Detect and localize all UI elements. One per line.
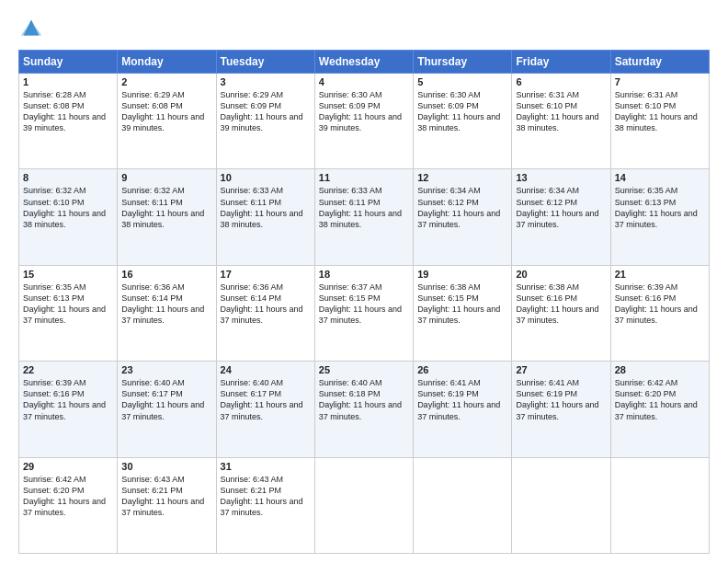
day-number: 31 (221, 461, 311, 472)
day-info: Sunrise: 6:28 AMSunset: 6:08 PMDaylight:… (23, 89, 113, 134)
calendar-week-2: 8Sunrise: 6:32 AMSunset: 6:10 PMDaylight… (19, 169, 710, 265)
day-info: Sunrise: 6:30 AMSunset: 6:09 PMDaylight:… (319, 89, 409, 134)
day-number: 10 (221, 172, 311, 183)
weekday-header-saturday: Saturday (610, 51, 709, 74)
day-info: Sunrise: 6:32 AMSunset: 6:10 PMDaylight:… (23, 185, 113, 230)
day-number: 5 (417, 76, 507, 87)
day-number: 24 (221, 364, 311, 375)
day-info: Sunrise: 6:29 AMSunset: 6:08 PMDaylight:… (121, 89, 211, 134)
calendar-cell: 16Sunrise: 6:36 AMSunset: 6:14 PMDayligh… (118, 265, 216, 361)
svg-marker-1 (21, 21, 41, 35)
calendar-cell (512, 457, 610, 553)
day-info: Sunrise: 6:35 AMSunset: 6:13 PMDaylight:… (23, 282, 113, 327)
day-info: Sunrise: 6:39 AMSunset: 6:16 PMDaylight:… (23, 377, 113, 422)
calendar-cell: 22Sunrise: 6:39 AMSunset: 6:16 PMDayligh… (19, 362, 118, 457)
day-info: Sunrise: 6:34 AMSunset: 6:12 PMDaylight:… (516, 185, 606, 230)
calendar-cell: 14Sunrise: 6:35 AMSunset: 6:13 PMDayligh… (610, 169, 709, 265)
day-number: 14 (615, 172, 705, 183)
calendar-cell: 11Sunrise: 6:33 AMSunset: 6:11 PMDayligh… (314, 169, 413, 265)
day-info: Sunrise: 6:41 AMSunset: 6:19 PMDaylight:… (516, 377, 606, 422)
day-number: 26 (417, 364, 507, 375)
calendar-cell: 3Sunrise: 6:29 AMSunset: 6:09 PMDaylight… (216, 74, 314, 169)
header (18, 15, 710, 40)
day-number: 17 (221, 269, 311, 280)
calendar-cell: 25Sunrise: 6:40 AMSunset: 6:18 PMDayligh… (314, 362, 413, 457)
calendar-cell: 27Sunrise: 6:41 AMSunset: 6:19 PMDayligh… (512, 362, 610, 457)
calendar-cell: 17Sunrise: 6:36 AMSunset: 6:14 PMDayligh… (216, 265, 314, 361)
day-number: 6 (516, 76, 606, 87)
day-info: Sunrise: 6:42 AMSunset: 6:20 PMDaylight:… (23, 474, 113, 519)
day-info: Sunrise: 6:40 AMSunset: 6:18 PMDaylight:… (319, 377, 409, 422)
day-info: Sunrise: 6:36 AMSunset: 6:14 PMDaylight:… (221, 282, 311, 327)
day-info: Sunrise: 6:37 AMSunset: 6:15 PMDaylight:… (319, 282, 409, 327)
day-info: Sunrise: 6:38 AMSunset: 6:15 PMDaylight:… (417, 282, 507, 327)
logo-icon (18, 15, 44, 40)
day-number: 27 (516, 364, 606, 375)
calendar-cell (314, 457, 413, 553)
day-info: Sunrise: 6:38 AMSunset: 6:16 PMDaylight:… (516, 282, 606, 327)
calendar-cell: 20Sunrise: 6:38 AMSunset: 6:16 PMDayligh… (512, 265, 610, 361)
calendar-body: 1Sunrise: 6:28 AMSunset: 6:08 PMDaylight… (19, 74, 710, 554)
day-number: 25 (319, 364, 409, 375)
day-info: Sunrise: 6:30 AMSunset: 6:09 PMDaylight:… (417, 89, 507, 134)
day-number: 3 (221, 76, 311, 87)
calendar-cell: 31Sunrise: 6:43 AMSunset: 6:21 PMDayligh… (216, 457, 314, 553)
calendar-cell: 6Sunrise: 6:31 AMSunset: 6:10 PMDaylight… (512, 74, 610, 169)
calendar-table: SundayMondayTuesdayWednesdayThursdayFrid… (18, 50, 710, 554)
day-info: Sunrise: 6:40 AMSunset: 6:17 PMDaylight:… (221, 377, 311, 422)
day-number: 20 (516, 269, 606, 280)
day-number: 18 (319, 269, 409, 280)
calendar-cell: 18Sunrise: 6:37 AMSunset: 6:15 PMDayligh… (314, 265, 413, 361)
day-number: 22 (23, 364, 113, 375)
calendar-cell: 29Sunrise: 6:42 AMSunset: 6:20 PMDayligh… (19, 457, 118, 553)
weekday-header-sunday: Sunday (19, 51, 118, 74)
page: SundayMondayTuesdayWednesdayThursdayFrid… (0, 0, 728, 563)
weekday-row: SundayMondayTuesdayWednesdayThursdayFrid… (19, 51, 710, 74)
day-number: 29 (23, 461, 113, 472)
calendar-cell: 24Sunrise: 6:40 AMSunset: 6:17 PMDayligh… (216, 362, 314, 457)
day-number: 2 (121, 76, 211, 87)
day-number: 28 (615, 364, 705, 375)
calendar-week-1: 1Sunrise: 6:28 AMSunset: 6:08 PMDaylight… (19, 74, 710, 169)
day-number: 8 (23, 172, 113, 183)
weekday-header-tuesday: Tuesday (216, 51, 314, 74)
day-info: Sunrise: 6:31 AMSunset: 6:10 PMDaylight:… (516, 89, 606, 134)
day-number: 11 (319, 172, 409, 183)
calendar-cell: 13Sunrise: 6:34 AMSunset: 6:12 PMDayligh… (512, 169, 610, 265)
day-number: 16 (121, 269, 211, 280)
day-info: Sunrise: 6:40 AMSunset: 6:17 PMDaylight:… (121, 377, 211, 422)
day-number: 19 (417, 269, 507, 280)
day-info: Sunrise: 6:42 AMSunset: 6:20 PMDaylight:… (615, 377, 705, 422)
weekday-header-friday: Friday (512, 51, 610, 74)
calendar-cell: 30Sunrise: 6:43 AMSunset: 6:21 PMDayligh… (118, 457, 216, 553)
calendar-cell: 4Sunrise: 6:30 AMSunset: 6:09 PMDaylight… (314, 74, 413, 169)
calendar-week-3: 15Sunrise: 6:35 AMSunset: 6:13 PMDayligh… (19, 265, 710, 361)
day-info: Sunrise: 6:43 AMSunset: 6:21 PMDaylight:… (121, 474, 211, 519)
calendar-cell: 26Sunrise: 6:41 AMSunset: 6:19 PMDayligh… (414, 362, 512, 457)
calendar-cell: 5Sunrise: 6:30 AMSunset: 6:09 PMDaylight… (414, 74, 512, 169)
day-info: Sunrise: 6:39 AMSunset: 6:16 PMDaylight:… (615, 282, 705, 327)
weekday-header-wednesday: Wednesday (314, 51, 413, 74)
day-number: 1 (23, 76, 113, 87)
calendar-cell: 10Sunrise: 6:33 AMSunset: 6:11 PMDayligh… (216, 169, 314, 265)
day-number: 15 (23, 269, 113, 280)
day-info: Sunrise: 6:34 AMSunset: 6:12 PMDaylight:… (417, 185, 507, 230)
calendar-week-5: 29Sunrise: 6:42 AMSunset: 6:20 PMDayligh… (19, 457, 710, 553)
calendar-cell: 7Sunrise: 6:31 AMSunset: 6:10 PMDaylight… (610, 74, 709, 169)
calendar-cell: 12Sunrise: 6:34 AMSunset: 6:12 PMDayligh… (414, 169, 512, 265)
day-info: Sunrise: 6:43 AMSunset: 6:21 PMDaylight:… (221, 474, 311, 519)
day-info: Sunrise: 6:29 AMSunset: 6:09 PMDaylight:… (221, 89, 311, 134)
day-number: 9 (121, 172, 211, 183)
logo (18, 15, 50, 40)
day-number: 21 (615, 269, 705, 280)
calendar-cell: 2Sunrise: 6:29 AMSunset: 6:08 PMDaylight… (118, 74, 216, 169)
calendar-cell: 19Sunrise: 6:38 AMSunset: 6:15 PMDayligh… (414, 265, 512, 361)
calendar-week-4: 22Sunrise: 6:39 AMSunset: 6:16 PMDayligh… (19, 362, 710, 457)
day-number: 13 (516, 172, 606, 183)
calendar-cell: 8Sunrise: 6:32 AMSunset: 6:10 PMDaylight… (19, 169, 118, 265)
weekday-header-thursday: Thursday (414, 51, 512, 74)
calendar-cell: 23Sunrise: 6:40 AMSunset: 6:17 PMDayligh… (118, 362, 216, 457)
calendar-cell (414, 457, 512, 553)
day-info: Sunrise: 6:31 AMSunset: 6:10 PMDaylight:… (615, 89, 705, 134)
day-number: 12 (417, 172, 507, 183)
